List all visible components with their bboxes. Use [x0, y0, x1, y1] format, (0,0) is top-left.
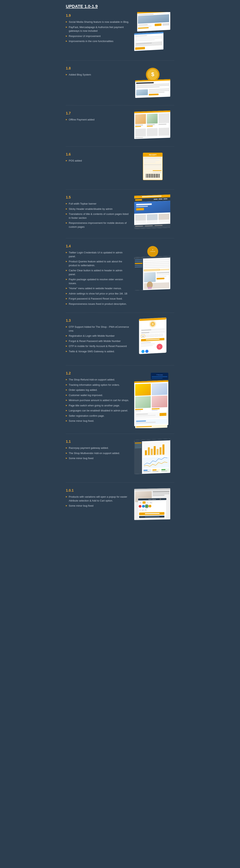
- svg-rect-160: [152, 378, 162, 379]
- list-item: OTP in mobile for Verify Account & Reset…: [66, 344, 129, 348]
- svg-rect-38: [135, 114, 146, 124]
- list-item: Twilio & Vonage SMS Gateway is added.: [66, 349, 129, 353]
- list-item: Full width Topbar banner: [66, 202, 129, 206]
- list-item: Forgot & Reset Password with Mobile Numb…: [66, 339, 129, 343]
- list-item: Razorpay payment gateway added.: [66, 446, 129, 450]
- svg-rect-196: [143, 469, 151, 473]
- svg-rect-63: [153, 170, 161, 171]
- list-item: Tracking information adding option for o…: [66, 383, 129, 387]
- svg-rect-70: [150, 174, 150, 178]
- version-12-label: 1.2: [66, 371, 129, 375]
- list-item: OTP Support Added for The Shop - PWA eCo…: [66, 325, 129, 333]
- svg-rect-142: [150, 334, 154, 337]
- list-item: Some minor bug fixed: [66, 504, 129, 508]
- list-item: Improvements in the core functionalities: [66, 39, 129, 43]
- list-item: The Shop Multivendor Add-on support adde…: [66, 451, 129, 455]
- svg-text:V: V: [152, 249, 153, 250]
- divider-15-14: [66, 238, 174, 239]
- version-17-label: 1.7: [66, 111, 129, 116]
- version-101-label: 1.0.1: [66, 489, 129, 493]
- version-14-list: Twitter Login Credentials UI is updated …: [66, 251, 129, 306]
- svg-rect-199: [144, 470, 147, 471]
- svg-rect-194: [162, 444, 164, 455]
- divider-18-17: [66, 105, 174, 105]
- list-item: Translations of title & contents of cust…: [66, 212, 129, 220]
- version-14-image: V VONAGE: [131, 243, 174, 293]
- svg-rect-40: [147, 114, 158, 124]
- svg-rect-64: [153, 172, 161, 173]
- version-101-section: 1.0.1 Products with variations will open…: [66, 487, 174, 522]
- list-item: Cache Clear button is added in header in…: [66, 269, 129, 276]
- svg-rect-130: [148, 287, 152, 289]
- version-11-image: [131, 438, 174, 477]
- svg-rect-91: [134, 201, 170, 214]
- svg-rect-82: [159, 174, 159, 178]
- svg-rect-189: [148, 447, 150, 455]
- version-17-text: 1.7 Offline Payment added: [66, 110, 129, 123]
- version-13-image: S 4: [131, 317, 174, 360]
- version-11-list: Razorpay payment gateway added. The Shop…: [66, 446, 129, 460]
- svg-rect-144: [159, 334, 163, 337]
- list-item: Paytm package updated to resolve older v…: [66, 278, 129, 285]
- svg-text:T: T: [159, 346, 160, 348]
- svg-rect-66: [147, 174, 147, 178]
- svg-rect-57: [144, 162, 156, 162]
- list-item: POS added: [66, 159, 129, 163]
- svg-rect-79: [157, 174, 157, 178]
- version-13-section: 1.3 OTP Support Added for The Shop - PWA…: [66, 317, 174, 360]
- svg-rect-211: [153, 495, 164, 496]
- svg-rect-48: [147, 128, 158, 136]
- list-item: Some minor bug fixed.: [66, 419, 129, 423]
- svg-rect-61: [144, 167, 161, 168]
- svg-rect-8: [155, 23, 161, 26]
- svg-rect-123: [144, 272, 156, 282]
- version-19-text: 1.9 Social Media Sharing feature is now …: [66, 12, 129, 44]
- version-14-section: 1.4 Twitter Login Credentials UI is upda…: [66, 243, 174, 307]
- divider-19-18: [66, 60, 174, 61]
- version-12-list: The Shop Refund Add-on support added. Tr…: [66, 378, 129, 423]
- list-item: Offline Payment added: [66, 118, 129, 122]
- svg-rect-54: [144, 158, 161, 158]
- svg-rect-67: [147, 174, 148, 178]
- svg-rect-164: [152, 383, 167, 395]
- svg-rect-166: [152, 396, 167, 408]
- version-16-section: 1.6 POS added RECEIPT: [66, 151, 174, 184]
- version-13-text: 1.3 OTP Support Added for The Shop - PWA…: [66, 317, 129, 354]
- version-17-section: 1.7 Offline Payment added: [66, 110, 174, 141]
- svg-text:✕: ✕: [160, 499, 161, 500]
- list-item: Customer wallet log improved.: [66, 393, 129, 397]
- svg-text:-: -: [140, 509, 141, 511]
- main-container: UPDATE 1.0-1.9 1.9 Social Media Sharing …: [60, 0, 180, 531]
- list-item: Languages can be enabled/ disabled in ad…: [66, 409, 129, 412]
- divider-17-16: [66, 146, 174, 147]
- list-item: "Home" menu added in website header menu…: [66, 286, 129, 290]
- version-13-list: OTP Support Added for The Shop - PWA eCo…: [66, 325, 129, 353]
- list-item: Seller registration confirm page.: [66, 414, 129, 418]
- version-16-image: RECEIPT: [131, 151, 174, 184]
- svg-text:Select Options: Select Options: [148, 499, 156, 500]
- svg-rect-59: [144, 164, 161, 165]
- svg-text:t: t: [143, 351, 143, 352]
- version-16-text: 1.6 POS added: [66, 151, 129, 164]
- version-12-text: 1.2 The Shop Refund Add-on support added…: [66, 370, 129, 424]
- svg-rect-69: [149, 174, 149, 178]
- list-item: Twitter Login Credentials UI is updated …: [66, 251, 129, 258]
- list-item: The Shop Refund Add-on support added.: [66, 378, 129, 382]
- svg-rect-203: [161, 469, 166, 470]
- version-13-label: 1.3: [66, 318, 129, 323]
- list-item: Products with variations will open a pop…: [66, 495, 129, 502]
- list-item: Forgot password & Password Reset issue f…: [66, 297, 129, 301]
- version-19-image: [131, 12, 174, 55]
- svg-text:XL: XL: [150, 502, 152, 503]
- divider-16-15: [66, 189, 174, 190]
- list-item: Minimum purchase amount is added in cart…: [66, 398, 129, 402]
- svg-text:f: f: [147, 351, 147, 352]
- version-11-label: 1.1: [66, 440, 129, 444]
- version-16-list: POS added: [66, 159, 129, 163]
- version-19-label: 1.9: [66, 13, 129, 18]
- svg-text:✦ Razorpay: ✦ Razorpay: [156, 374, 163, 375]
- svg-rect-159: [152, 376, 167, 377]
- svg-rect-80: [158, 174, 158, 178]
- svg-rect-163: [135, 383, 151, 396]
- list-item: Responsiveness issues fixed in product d…: [66, 302, 129, 306]
